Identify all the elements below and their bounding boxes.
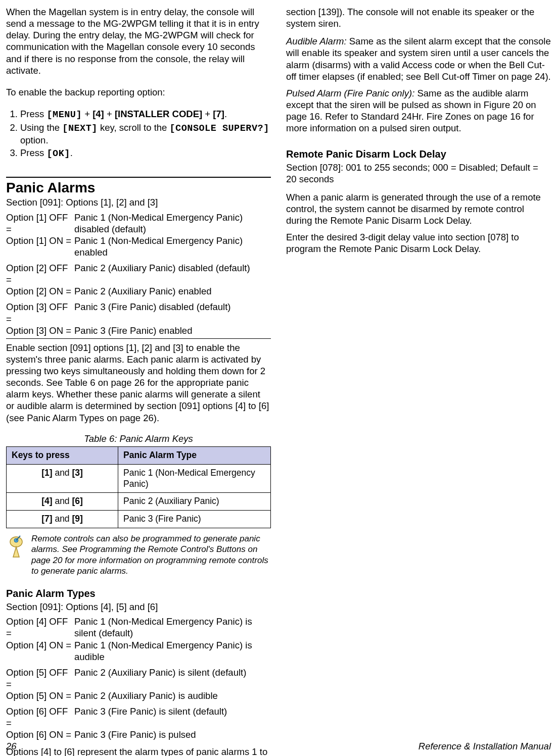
option-row: Option [1] ON =Panic 1 (Non-Medical Emer… bbox=[6, 235, 271, 258]
two-column-layout: When the Magellan system is in entry del… bbox=[6, 6, 551, 756]
right-column: section [139]). The console will not ena… bbox=[286, 6, 551, 756]
th-keys: Keys to press bbox=[7, 446, 118, 464]
remote-para-2: Enter the desired 3-digit delay value in… bbox=[286, 231, 551, 255]
left-column: When the Magellan system is in entry del… bbox=[6, 6, 271, 756]
option-row: Option [3] ON =Panic 3 (Fire Panic) enab… bbox=[6, 325, 271, 336]
panic-types-heading: Panic Alarm Types bbox=[6, 587, 271, 600]
option-row: Option [6] OFF =Panic 3 (Fire Panic) is … bbox=[6, 705, 271, 729]
page-footer: 26 Reference & Installation Manual bbox=[6, 741, 551, 752]
table-row: [4] and [6] Panic 2 (Auxiliary Panic) bbox=[7, 493, 271, 511]
intro-paragraph: When the Magellan system is in entry del… bbox=[6, 6, 271, 76]
option-row: Option [2] ON =Panic 2 (Auxiliary Panic)… bbox=[6, 285, 271, 297]
remote-panic-heading: Remote Panic Disarm Lock Delay bbox=[286, 148, 551, 161]
option-row: Option [2] OFF =Panic 2 (Auxiliary Panic… bbox=[6, 262, 271, 285]
option-row: Option [5] OFF =Panic 2 (Auxiliary Panic… bbox=[6, 667, 271, 690]
option-row: Option [3] OFF =Panic 3 (Fire Panic) dis… bbox=[6, 301, 271, 324]
option-row: Option [1] OFF =Panic 1 (Non-Medical Eme… bbox=[6, 212, 271, 235]
types-section-line: Section [091]: Options [4], [5] and [6] bbox=[6, 601, 271, 613]
remote-para-1: When a panic alarm is generated through … bbox=[286, 191, 551, 226]
thin-divider bbox=[6, 338, 271, 339]
table-row: [7] and [9] Panic 3 (Fire Panic) bbox=[7, 511, 271, 528]
table-caption: Table 6: Panic Alarm Keys bbox=[6, 433, 271, 444]
option-row: Option [5] ON =Panic 2 (Auxiliary Panic)… bbox=[6, 690, 271, 701]
note-text: Remote controls can also be programmed t… bbox=[31, 533, 271, 576]
panic-alarms-heading: Panic Alarms bbox=[6, 179, 271, 196]
panic-section-line: Section [091]: Options [1], [2] and [3] bbox=[6, 196, 271, 208]
panic-keys-table: Keys to press Panic Alarm Type [1] and [… bbox=[6, 446, 271, 528]
page: When the Magellan system is in entry del… bbox=[0, 0, 557, 756]
step-3: Press [OK]. bbox=[20, 147, 271, 160]
section-divider bbox=[6, 177, 271, 178]
audible-alarm-para: Audible Alarm: Same as the silent alarm … bbox=[286, 35, 551, 82]
step-2: Using the [NEXT] key, scroll to the [CON… bbox=[20, 122, 271, 146]
panic-paragraph: Enable section [091] options [1], [2] an… bbox=[6, 342, 271, 424]
page-number: 26 bbox=[6, 741, 17, 752]
option-row: Option [4] ON =Panic 1 (Non-Medical Emer… bbox=[6, 639, 271, 663]
option-row: Option [4] OFF =Panic 1 (Non-Medical Eme… bbox=[6, 616, 271, 639]
table-row: [1] and [3] Panic 1 (Non-Medical Emergen… bbox=[7, 464, 271, 493]
option-row: Option [6] ON =Panic 3 (Fire Panic) is p… bbox=[6, 729, 271, 740]
note-block: Remote controls can also be programmed t… bbox=[6, 533, 271, 576]
pin-icon bbox=[6, 534, 26, 576]
manual-title: Reference & Installation Manual bbox=[419, 741, 551, 752]
step-1: Press [MENU] + [4] + [INSTALLER CODE] + … bbox=[20, 108, 271, 121]
enable-line: To enable the backup reporting option: bbox=[6, 86, 271, 98]
silent-continuation: section [139]). The console will not ena… bbox=[286, 6, 551, 29]
th-type: Panic Alarm Type bbox=[118, 446, 271, 464]
remote-section-line: Section [078]: 001 to 255 seconds; 000 =… bbox=[286, 162, 551, 185]
steps-list: Press [MENU] + [4] + [INSTALLER CODE] + … bbox=[6, 108, 271, 160]
pulsed-alarm-para: Pulsed Alarm (Fire Panic only): Same as … bbox=[286, 87, 551, 134]
